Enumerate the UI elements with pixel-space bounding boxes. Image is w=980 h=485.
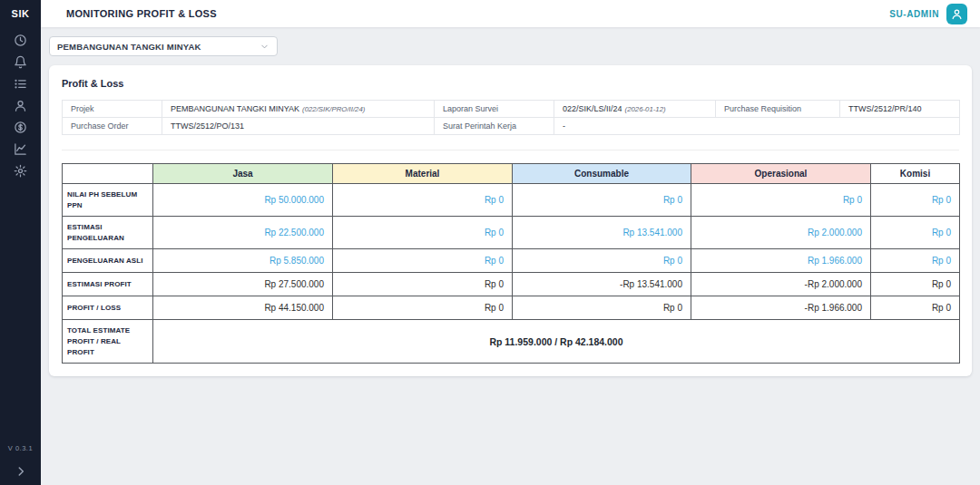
chart-icon[interactable] bbox=[7, 138, 34, 160]
column-header-jasa: Jasa bbox=[153, 164, 333, 184]
page-title: MONITORING PROFIT & LOSS bbox=[66, 8, 217, 19]
cell-value[interactable]: Rp 2.000.000 bbox=[691, 217, 871, 249]
table-row: ESTIMASI PROFIT Rp 27.500.000 Rp 0 -Rp 1… bbox=[63, 273, 960, 296]
row-label: ESTIMASI PENGELUARAN bbox=[63, 217, 153, 249]
card-title: Profit & Loss bbox=[62, 78, 959, 89]
chevron-right-icon bbox=[15, 465, 27, 478]
cell-value: Rp 0 bbox=[871, 273, 960, 296]
cell-value: -Rp 2.000.000 bbox=[691, 273, 871, 296]
username[interactable]: SU-ADMIN bbox=[889, 9, 939, 19]
table-header-row: Jasa Material Consumable Operasional Kom… bbox=[63, 164, 960, 184]
history-icon[interactable] bbox=[7, 29, 34, 51]
project-select[interactable]: PEMBANGUNAN TANGKI MINYAK bbox=[49, 36, 278, 56]
cell-value[interactable]: Rp 0 bbox=[333, 217, 513, 249]
cell-value: Rp 0 bbox=[871, 296, 960, 320]
row-label: NILAI PH SEBELUM PPN bbox=[63, 184, 153, 217]
gear-icon[interactable] bbox=[7, 160, 34, 181]
cell-value: -Rp 13.541.000 bbox=[513, 273, 691, 296]
user-box: SU-ADMIN bbox=[889, 4, 967, 24]
cell-value[interactable]: Rp 0 bbox=[871, 249, 960, 273]
info-value-purchase-requisition: TTWS/2512/PR/140 bbox=[840, 101, 960, 118]
cell-value: Rp 0 bbox=[333, 273, 513, 296]
divider bbox=[62, 150, 959, 150]
sidebar-footer: V 0.3.1 bbox=[0, 444, 41, 485]
info-value-purchase-order: TTWS/2512/PO/131 bbox=[162, 118, 435, 135]
column-header-material: Material bbox=[333, 164, 513, 184]
column-header-operasional: Operasional bbox=[691, 164, 871, 184]
info-value-text: TTWS/2512/PR/140 bbox=[848, 104, 922, 113]
column-header-consumable: Consumable bbox=[513, 164, 691, 184]
info-value-laporan-survei: 022/SIK/LS/II/24(2026-01-12) bbox=[554, 101, 716, 118]
cell-value: -Rp 1.966.000 bbox=[691, 296, 871, 320]
cell-value[interactable]: Rp 0 bbox=[513, 249, 691, 273]
main-area: MONITORING PROFIT & LOSS SU-ADMIN PEMBAN… bbox=[41, 0, 980, 485]
info-value-surat-perintah-kerja: - bbox=[554, 118, 960, 135]
info-value-text: PEMBANGUNAN TANGKI MINYAK bbox=[171, 104, 299, 113]
avatar[interactable] bbox=[946, 4, 967, 24]
info-label-laporan-survei: Laporan Survei bbox=[435, 101, 554, 118]
project-select-value: PEMBANGUNAN TANGKI MINYAK bbox=[57, 42, 201, 52]
list-icon[interactable] bbox=[7, 73, 34, 94]
app-logo: SIK bbox=[12, 0, 30, 27]
info-value-note: (022/SIK/PRO/II/24) bbox=[302, 105, 365, 113]
table-row: NILAI PH SEBELUM PPN Rp 50.000.000 Rp 0 … bbox=[63, 184, 960, 217]
profit-loss-card: Profit & Loss Projek PEMBANGUNAN TANGKI … bbox=[49, 65, 972, 376]
app-version: V 0.3.1 bbox=[8, 444, 33, 452]
column-header-komisi: Komisi bbox=[871, 164, 960, 184]
topbar: MONITORING PROFIT & LOSS SU-ADMIN bbox=[41, 0, 980, 27]
user-icon bbox=[950, 7, 964, 21]
cell-value[interactable]: Rp 0 bbox=[871, 217, 960, 249]
sidebar-nav bbox=[7, 29, 34, 181]
table-row: PROFIT / LOSS Rp 44.150.000 Rp 0 Rp 0 -R… bbox=[63, 296, 960, 320]
info-value-projek: PEMBANGUNAN TANGKI MINYAK(022/SIK/PRO/II… bbox=[162, 101, 435, 118]
bell-icon[interactable] bbox=[7, 51, 34, 73]
cell-value: Rp 44.150.000 bbox=[153, 296, 333, 320]
profit-loss-table: Jasa Material Consumable Operasional Kom… bbox=[62, 163, 960, 364]
cell-value: Rp 0 bbox=[513, 296, 691, 320]
info-value-note: (2026-01-12) bbox=[625, 105, 666, 113]
cell-value: Rp 0 bbox=[333, 296, 513, 320]
app-window: SIK V 0.3.1 bbox=[0, 0, 980, 485]
user-icon[interactable] bbox=[7, 94, 34, 116]
sidebar-expand-button[interactable] bbox=[15, 465, 27, 478]
info-label-purchase-order: Purchase Order bbox=[63, 118, 162, 135]
cell-value[interactable]: Rp 0 bbox=[513, 184, 691, 217]
table-row: ESTIMASI PENGELUARAN Rp 22.500.000 Rp 0 … bbox=[63, 217, 960, 249]
cell-value[interactable]: Rp 50.000.000 bbox=[153, 184, 333, 217]
info-label-purchase-requisition: Purchase Requisition bbox=[716, 101, 840, 118]
cell-value[interactable]: Rp 0 bbox=[871, 184, 960, 217]
content: PEMBANGUNAN TANGKI MINYAK Profit & Loss … bbox=[41, 27, 980, 485]
total-row-label: TOTAL ESTIMATE PROFIT / REAL PROFIT bbox=[63, 320, 153, 364]
cell-value[interactable]: Rp 0 bbox=[333, 249, 513, 273]
row-label: PROFIT / LOSS bbox=[63, 296, 153, 320]
cell-value: Rp 27.500.000 bbox=[153, 273, 333, 296]
info-row: Purchase Order TTWS/2512/PO/131 Surat Pe… bbox=[63, 118, 960, 135]
sidebar: SIK V 0.3.1 bbox=[0, 0, 41, 485]
row-label: PENGELUARAN ASLI bbox=[63, 249, 153, 273]
info-row: Projek PEMBANGUNAN TANGKI MINYAK(022/SIK… bbox=[63, 101, 960, 118]
cell-value[interactable]: Rp 1.966.000 bbox=[691, 249, 871, 273]
chevron-down-icon bbox=[260, 42, 270, 52]
cell-value[interactable]: Rp 13.541.000 bbox=[513, 217, 691, 249]
info-label-surat-perintah-kerja: Surat Perintah Kerja bbox=[435, 118, 554, 135]
cell-value[interactable]: Rp 0 bbox=[691, 184, 871, 217]
table-row: PENGELUARAN ASLI Rp 5.850.000 Rp 0 Rp 0 … bbox=[63, 249, 960, 273]
cell-value[interactable]: Rp 5.850.000 bbox=[153, 249, 333, 273]
project-info-table: Projek PEMBANGUNAN TANGKI MINYAK(022/SIK… bbox=[62, 100, 960, 135]
info-value-text: 022/SIK/LS/II/24 bbox=[563, 104, 622, 113]
cell-value[interactable]: Rp 22.500.000 bbox=[153, 217, 333, 249]
corner-cell bbox=[63, 164, 153, 184]
cell-value[interactable]: Rp 0 bbox=[333, 184, 513, 217]
info-label-projek: Projek bbox=[63, 101, 162, 118]
money-icon[interactable] bbox=[7, 116, 34, 138]
table-total-row: TOTAL ESTIMATE PROFIT / REAL PROFIT Rp 1… bbox=[63, 320, 960, 364]
total-row-value: Rp 11.959.000 / Rp 42.184.000 bbox=[153, 320, 960, 364]
row-label: ESTIMASI PROFIT bbox=[63, 273, 153, 296]
